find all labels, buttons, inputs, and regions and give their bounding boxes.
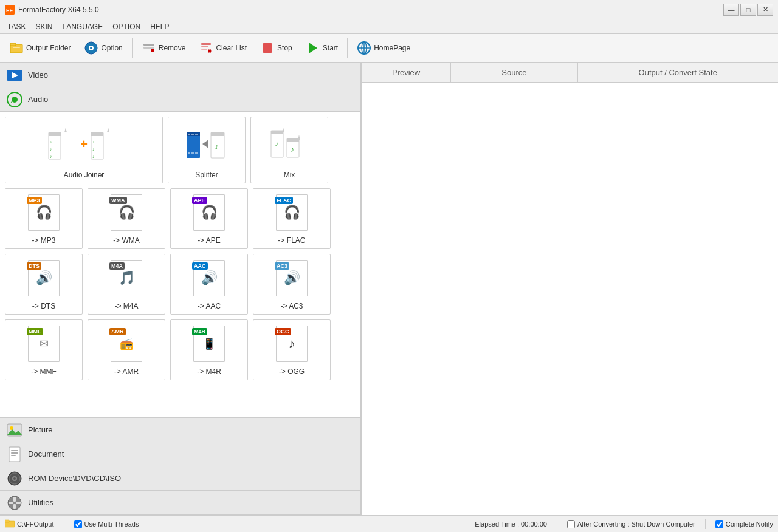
aac-label: -> AAC bbox=[198, 302, 221, 314]
after-converting-label: After Converting : Shut Down Computer bbox=[577, 520, 695, 528]
close-button[interactable]: ✕ bbox=[757, 4, 773, 16]
complete-notify-section: Complete Notify bbox=[715, 520, 773, 528]
mp3-icon: 🎧 MP3 bbox=[28, 189, 60, 236]
category-picture[interactable]: Picture bbox=[0, 418, 360, 442]
svg-text:♪: ♪ bbox=[92, 147, 95, 151]
picture-icon bbox=[6, 421, 23, 438]
svg-marker-48 bbox=[202, 140, 208, 148]
format-card-mp3[interactable]: 🎧 MP3 -> MP3 bbox=[5, 188, 83, 249]
svg-rect-12 bbox=[201, 43, 211, 45]
window-controls: — □ ✕ bbox=[723, 4, 773, 16]
option-label: Option bbox=[101, 44, 122, 52]
clear-list-icon bbox=[199, 41, 213, 55]
svg-text:FF: FF bbox=[6, 7, 13, 13]
menu-option[interactable]: OPTION bbox=[108, 21, 145, 32]
panel-header: Preview Source Output / Convert State bbox=[362, 63, 778, 83]
svg-text:♪: ♪ bbox=[50, 154, 52, 159]
dts-icon: 🔊 DTS bbox=[28, 254, 60, 302]
splitter-icon-area: ♪ bbox=[185, 117, 228, 171]
audio-joiner-icon-area: ♪ ♪ ♪ + ♪ ♪ ♪ bbox=[47, 117, 120, 171]
homepage-icon bbox=[357, 41, 371, 55]
format-card-ac3[interactable]: 🔊 AC3 -> AC3 bbox=[253, 254, 331, 315]
menu-language[interactable]: LANGUAGE bbox=[57, 21, 108, 32]
ape-label: -> APE bbox=[198, 236, 221, 248]
complete-notify-checkbox[interactable] bbox=[715, 520, 723, 528]
svg-text:♪: ♪ bbox=[275, 139, 278, 148]
menu-skin[interactable]: SKIN bbox=[30, 21, 57, 32]
svg-text:♪: ♪ bbox=[10, 98, 13, 104]
format-card-aac[interactable]: 🔊 AAC -> AAC bbox=[170, 254, 248, 315]
svg-marker-29 bbox=[64, 128, 67, 132]
svg-rect-54 bbox=[271, 131, 283, 134]
svg-rect-58 bbox=[287, 138, 299, 142]
svg-point-70 bbox=[13, 477, 16, 480]
remove-icon bbox=[142, 41, 156, 55]
toolbar-sep-2 bbox=[347, 38, 348, 58]
category-rom-label: ROM Device\DVD\CD\ISO bbox=[28, 474, 121, 483]
format-card-ogg[interactable]: ♪ OGG -> OGG bbox=[253, 319, 331, 380]
svg-rect-76 bbox=[16, 502, 21, 504]
after-converting-checkbox[interactable] bbox=[567, 520, 575, 528]
clear-list-button[interactable]: Clear List bbox=[193, 38, 252, 58]
stop-icon bbox=[260, 41, 275, 55]
output-path: C:\FFOutput bbox=[17, 520, 54, 528]
category-audio-label: Audio bbox=[28, 95, 48, 104]
category-document[interactable]: Document bbox=[0, 442, 360, 466]
remove-button[interactable]: Remove bbox=[136, 38, 191, 58]
stop-button[interactable]: Stop bbox=[255, 38, 298, 58]
category-document-label: Document bbox=[28, 449, 64, 459]
format-card-mmf[interactable]: ✉ MMF -> MMF bbox=[5, 319, 83, 380]
category-rom[interactable]: ROM Device\DVD\CD\ISO bbox=[0, 466, 360, 491]
homepage-label: HomePage bbox=[374, 44, 410, 52]
format-card-wma[interactable]: 🎧 WMA -> WMA bbox=[88, 188, 165, 249]
start-icon bbox=[306, 41, 320, 55]
mp3-label: -> MP3 bbox=[32, 236, 55, 248]
audio-content[interactable]: ♪ ♪ ♪ + ♪ ♪ ♪ bbox=[0, 112, 360, 417]
app-title: FormatFactory X64 5.5.0 bbox=[18, 5, 99, 14]
svg-rect-47 bbox=[195, 152, 198, 154]
format-card-ape[interactable]: 🎧 APE -> APE bbox=[170, 188, 248, 249]
video-icon bbox=[6, 67, 23, 84]
output-folder-button[interactable]: Output Folder bbox=[4, 38, 76, 58]
option-icon bbox=[84, 41, 98, 55]
clear-list-label: Clear List bbox=[216, 44, 247, 52]
format-card-m4a[interactable]: 🎵 M4A -> M4A bbox=[88, 254, 165, 315]
category-video[interactable]: Video bbox=[0, 63, 360, 87]
maximize-button[interactable]: □ bbox=[740, 4, 756, 16]
mix-card[interactable]: ♪ ♪ Mix bbox=[250, 117, 328, 183]
wma-icon: 🎧 WMA bbox=[111, 189, 142, 236]
multi-threads-section: Use Multi-Threads bbox=[74, 520, 139, 528]
stop-label: Stop bbox=[277, 44, 292, 52]
ac3-icon: 🔊 AC3 bbox=[276, 254, 308, 302]
multi-threads-checkbox[interactable] bbox=[74, 520, 82, 528]
panel-content bbox=[362, 83, 778, 515]
menu-help[interactable]: HELP bbox=[145, 21, 174, 32]
splitter-card[interactable]: ♪ Splitter bbox=[168, 117, 246, 183]
svg-text:♪: ♪ bbox=[50, 140, 52, 144]
audio-joiner-label: Audio Joiner bbox=[64, 171, 105, 183]
option-button[interactable]: Option bbox=[78, 38, 128, 58]
output-folder-icon bbox=[9, 41, 24, 55]
homepage-button[interactable]: HomePage bbox=[351, 38, 416, 58]
svg-rect-63 bbox=[9, 447, 20, 462]
svg-rect-14 bbox=[201, 49, 207, 50]
format-card-amr[interactable]: 📻 AMR -> AMR bbox=[88, 319, 165, 380]
ac3-label: -> AC3 bbox=[280, 302, 303, 314]
svg-rect-75 bbox=[9, 502, 13, 504]
format-card-m4r[interactable]: 📱 M4R -> M4R bbox=[170, 319, 248, 380]
source-col-header: Source bbox=[451, 63, 577, 82]
format-card-dts[interactable]: 🔊 DTS -> DTS bbox=[5, 254, 83, 315]
minimize-button[interactable]: — bbox=[723, 4, 739, 16]
toolbar: Output Folder Option Remove bbox=[0, 34, 778, 63]
left-panel: Video ♪ Audio bbox=[0, 63, 362, 515]
m4a-icon: 🎵 M4A bbox=[111, 254, 142, 302]
svg-marker-35 bbox=[107, 128, 109, 132]
category-utilities[interactable]: Utilities bbox=[0, 491, 360, 515]
svg-rect-13 bbox=[201, 46, 208, 47]
start-button[interactable]: Start bbox=[300, 38, 343, 58]
category-audio[interactable]: ♪ Audio bbox=[0, 87, 360, 112]
svg-rect-3 bbox=[10, 43, 16, 46]
format-card-flac[interactable]: 🎧 FLAC -> FLAC bbox=[253, 188, 331, 249]
audio-joiner-card[interactable]: ♪ ♪ ♪ + ♪ ♪ ♪ bbox=[5, 117, 163, 183]
menu-task[interactable]: TASK bbox=[2, 21, 30, 32]
